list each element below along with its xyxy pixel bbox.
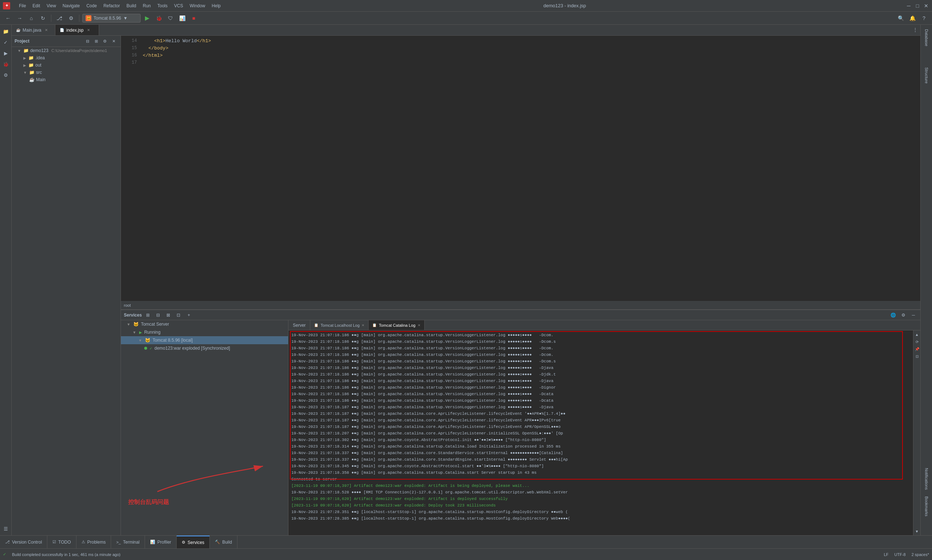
bottom-tab-problems[interactable]: ⚠ Problems: [77, 535, 111, 548]
services-settings-btn[interactable]: ⚙: [899, 311, 907, 319]
tab-main-java[interactable]: ☕ Main.java ✕: [12, 25, 56, 35]
log-line-17: 19-Nov-2023 21:07:18.302 ●●g [main] org.…: [292, 437, 910, 443]
log-tab-localhost-label: Tomcat Localhost Log: [321, 323, 360, 328]
left-sidebar: 📁 ✓ ▶ 🐞 ⚙ ☰: [0, 25, 12, 535]
tab-index-jsp[interactable]: 📄 index.jsp ✕: [56, 25, 99, 35]
services-add-btn[interactable]: +: [185, 311, 193, 319]
sidebar-run-icon[interactable]: ▶: [1, 48, 11, 58]
menu-build[interactable]: Build: [123, 2, 139, 9]
log-tab-localhost-close[interactable]: ✕: [362, 323, 364, 327]
menu-navigate[interactable]: Navigate: [60, 2, 83, 9]
run-configuration[interactable]: 🐱 Tomcat 8.5.96 ▼: [82, 14, 140, 23]
bottom-tab-profiler[interactable]: 📊 Profiler: [145, 535, 177, 548]
home-btn[interactable]: ⌂: [26, 13, 36, 23]
right-panel-bookmarks-btn[interactable]: Bookmarks: [921, 494, 932, 519]
menu-run[interactable]: Run: [140, 2, 154, 9]
tree-item-out[interactable]: ▶ 📁 out: [12, 62, 120, 69]
bottom-tab-version-control[interactable]: ⎇ Version Control: [0, 535, 47, 548]
right-panel-structure-btn[interactable]: Structure: [921, 65, 932, 86]
bottom-tab-services-label: Services: [188, 540, 204, 545]
project-settings-btn[interactable]: ⚙: [101, 37, 109, 45]
settings-btn[interactable]: ⚙: [66, 13, 76, 23]
project-expand-btn[interactable]: ⊞: [92, 37, 100, 45]
running-play-icon: ▶: [139, 331, 142, 334]
log-pin-btn[interactable]: 📌: [914, 346, 920, 352]
services-close-btn[interactable]: ─: [909, 311, 917, 319]
editor-content[interactable]: 14 <h1>Hello World</h1> 15 </body>: [121, 35, 920, 301]
menu-refactor[interactable]: Refactor: [100, 2, 123, 9]
forward-btn[interactable]: →: [15, 13, 25, 23]
services-filter-btn[interactable]: ⊡: [174, 311, 182, 319]
log-filter-btn[interactable]: ⊡: [914, 353, 920, 360]
minimize-button[interactable]: ─: [906, 3, 912, 9]
help-btn[interactable]: ?: [919, 13, 929, 23]
running-label: Running: [144, 330, 160, 335]
bottom-tab-terminal[interactable]: >_ Terminal: [111, 535, 145, 548]
services-collapse-all-btn[interactable]: ⊟: [154, 311, 162, 319]
services-browse-btn[interactable]: 🌐: [889, 311, 897, 319]
log-scroll-down-btn[interactable]: ▼: [914, 528, 920, 535]
service-tomcat-version[interactable]: ▼ 🐱 Tomcat 8.5.96 [local]: [121, 336, 288, 344]
debug-button[interactable]: 🐞: [154, 13, 164, 23]
menu-vcs[interactable]: VCS: [171, 2, 186, 9]
service-tomcat-server[interactable]: ▼ 🐱 Tomcat Server: [121, 320, 288, 328]
stop-button[interactable]: ■: [189, 13, 199, 23]
center-area: ☕ Main.java ✕ 📄 index.jsp ✕ ⋮ Project ⊟ …: [12, 25, 920, 535]
close-button[interactable]: ✕: [923, 3, 929, 9]
bottom-tab-todo[interactable]: ☑ TODO: [47, 535, 76, 548]
services-group-btn[interactable]: ⊠: [164, 311, 172, 319]
log-line-9: 19-Nov-2023 21:07:18.186 ●●g [main] org.…: [292, 384, 910, 391]
search-btn[interactable]: 🔍: [896, 13, 906, 23]
sidebar-debug-icon[interactable]: 🐞: [1, 59, 11, 69]
project-collapse-btn[interactable]: ⊟: [83, 37, 91, 45]
log-tab-server[interactable]: Server: [289, 320, 310, 330]
bottom-tab-services[interactable]: ⚙ Services: [177, 535, 210, 548]
menu-file[interactable]: File: [16, 2, 29, 9]
log-scroll-up-btn[interactable]: ▲: [914, 331, 920, 338]
menu-help[interactable]: Help: [209, 2, 224, 9]
log-wrap-btn[interactable]: ⟳: [914, 338, 920, 345]
tree-root-path: C:\Users\a\IdeaProjects\demo1: [51, 48, 107, 53]
sidebar-project-icon[interactable]: 📁: [1, 26, 11, 36]
tab-main-java-close[interactable]: ✕: [45, 28, 48, 32]
tabs-more-btn[interactable]: ⋮: [910, 25, 920, 35]
log-tab-localhost[interactable]: 📋 Tomcat Localhost Log ✕: [310, 320, 369, 330]
services-expand-all-btn[interactable]: ⊞: [144, 311, 152, 319]
project-close-btn[interactable]: ✕: [110, 37, 118, 45]
log-content[interactable]: 19-Nov-2023 21:07:18.186 ●●g [main] org.…: [289, 331, 913, 535]
profile-btn[interactable]: 📊: [177, 13, 187, 23]
menu-view[interactable]: View: [44, 2, 59, 9]
sidebar-settings-icon[interactable]: ☰: [1, 524, 11, 534]
maximize-button[interactable]: □: [915, 3, 920, 9]
tab-index-jsp-close[interactable]: ✕: [87, 28, 90, 32]
run-with-coverage-btn[interactable]: 🛡: [165, 13, 176, 23]
menu-window[interactable]: Window: [187, 2, 208, 9]
tree-item-idea[interactable]: ▶ 📁 .idea: [12, 54, 120, 62]
menu-tools[interactable]: Tools: [154, 2, 170, 9]
tree-item-src[interactable]: ▼ 📁 src: [12, 69, 120, 76]
bottom-tab-build[interactable]: 🔨 Build: [210, 535, 238, 548]
service-running[interactable]: ▼ ▶ Running: [121, 328, 288, 336]
notification-btn[interactable]: 🔔: [907, 13, 917, 23]
run-button[interactable]: ▶: [142, 13, 152, 23]
menu-code[interactable]: Code: [83, 2, 100, 9]
sidebar-commit-icon[interactable]: ✓: [1, 37, 11, 47]
sidebar-plugins-icon[interactable]: ⚙: [1, 70, 11, 80]
log-tab-catalina[interactable]: 📋 Tomcat Catalina Log ✕: [369, 320, 424, 330]
right-panel-notifications-btn[interactable]: Notifications: [921, 465, 932, 493]
menu-edit[interactable]: Edit: [29, 2, 43, 9]
log-tab-catalina-close[interactable]: ✕: [418, 323, 421, 327]
service-app[interactable]: ✓ demo123:war exploded [Synchronized]: [121, 344, 288, 352]
src-folder-icon: 📁: [29, 70, 35, 75]
log-line-19: 19-Nov-2023 21:07:18.337 ●●g [main] org.…: [292, 450, 910, 456]
tree-item-root[interactable]: ▼ 📁 demo123 C:\Users\a\IdeaProjects\demo…: [12, 47, 120, 54]
right-panel-database-btn[interactable]: Database: [921, 26, 932, 49]
main-content: 📁 ✓ ▶ 🐞 ⚙ ☰ ☕ Main.java ✕ 📄 index.jsp ✕ …: [0, 25, 932, 535]
bottom-tab-problems-label: Problems: [87, 540, 106, 545]
log-line-18: 19-Nov-2023 21:07:18.314 ●●g [main] org.…: [292, 443, 910, 450]
chinese-annotation: 控制台乱码问题: [128, 498, 169, 506]
git-btn[interactable]: ⎇: [54, 13, 65, 23]
refresh-btn[interactable]: ↻: [38, 13, 48, 23]
back-btn[interactable]: ←: [3, 13, 13, 23]
tree-item-main[interactable]: ☕ Main: [12, 76, 120, 83]
